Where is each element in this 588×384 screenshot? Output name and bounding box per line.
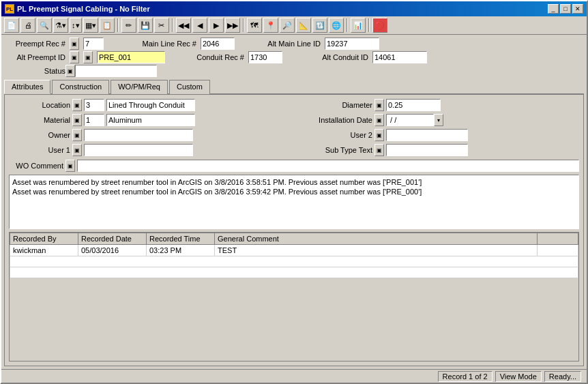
col-recorded-by: Recorded By xyxy=(10,233,78,245)
view-dropdown[interactable]: ▦▾ xyxy=(83,18,98,33)
alt-preempt-btn1[interactable]: ▣ xyxy=(70,51,79,63)
location-btn[interactable]: ▣ xyxy=(72,99,82,111)
status-input[interactable] xyxy=(75,65,157,77)
diameter-input[interactable] xyxy=(386,99,441,111)
preview-button[interactable]: 🔍 xyxy=(37,18,52,33)
user2-btn[interactable]: ▣ xyxy=(374,129,384,141)
close-button[interactable]: ✕ xyxy=(572,4,583,14)
status-label: Status xyxy=(4,67,65,75)
status-btn[interactable]: ▣ xyxy=(65,65,75,77)
preempt-rec-input[interactable] xyxy=(83,38,104,50)
cell-recorded-by: kwickman xyxy=(10,245,78,256)
tab-wo-pm-req[interactable]: WO/PM/Req xyxy=(111,80,168,94)
diameter-btn[interactable]: ▣ xyxy=(374,99,384,111)
table-header-row: Recorded By Recorded Date Recorded Time … xyxy=(10,233,578,245)
minimize-button[interactable]: _ xyxy=(548,4,559,14)
tab-construction[interactable]: Construction xyxy=(52,80,109,94)
alt-preempt-label: Alt Preempt ID xyxy=(4,53,65,61)
wo-comment-label: WO Comment xyxy=(9,162,63,170)
preempt-rec-btn[interactable]: ▣ xyxy=(70,38,79,50)
gis-button[interactable]: 🌐 xyxy=(329,18,344,33)
sep2 xyxy=(172,18,173,32)
report-button[interactable]: 📊 xyxy=(351,18,366,33)
alt-conduit-input[interactable] xyxy=(372,51,427,63)
installation-date-label: Installation Date xyxy=(297,116,372,124)
cell-recorded-date: 05/03/2016 xyxy=(78,245,147,256)
edit-button[interactable]: ✏ xyxy=(121,18,136,33)
material-code-input[interactable] xyxy=(84,114,104,126)
location-row: Location ▣ xyxy=(9,99,291,111)
memo-area[interactable]: Asset was renumbered by street renumber … xyxy=(9,175,579,229)
user1-input[interactable] xyxy=(84,144,193,156)
comments-table-container: Recorded By Recorded Date Recorded Time … xyxy=(9,232,579,361)
main-content: Preempt Rec # ▣ Main Line Rec # Alt Main… xyxy=(1,35,587,369)
print-button[interactable]: 🖨 xyxy=(20,18,35,33)
user1-row: User 1 ▣ xyxy=(9,144,291,156)
new-button[interactable]: 📄 xyxy=(4,18,19,33)
cell-general-comment: TEST xyxy=(215,245,538,256)
conduit-rec-input[interactable] xyxy=(248,51,282,63)
owner-row: Owner ▣ xyxy=(9,129,291,141)
location-value-input[interactable] xyxy=(106,99,195,111)
material-row: Material ▣ xyxy=(9,114,291,126)
cell-extra xyxy=(538,245,578,256)
last-button[interactable]: ▶▶ xyxy=(225,18,240,33)
installation-date-input[interactable] xyxy=(386,114,434,126)
sep4 xyxy=(347,18,348,32)
map-button4[interactable]: 📐 xyxy=(296,18,311,33)
location-label: Location xyxy=(9,101,70,109)
material-btn[interactable]: ▣ xyxy=(72,114,82,126)
maximize-button[interactable]: □ xyxy=(560,4,571,14)
sub-type-btn[interactable]: ▣ xyxy=(374,144,384,156)
tab-custom[interactable]: Custom xyxy=(169,80,210,94)
installation-date-btn[interactable]: ▣ xyxy=(374,114,384,126)
col-recorded-time: Recorded Time xyxy=(147,233,215,245)
owner-btn[interactable]: ▣ xyxy=(72,129,82,141)
alt-preempt-btn2[interactable]: ▣ xyxy=(83,51,93,63)
cut-button[interactable]: ✂ xyxy=(154,18,169,33)
record-status: Record 1 of 2 xyxy=(438,371,493,382)
app-icon: PL xyxy=(5,4,14,14)
close-app-button[interactable]: 🚫 xyxy=(372,18,387,33)
owner-input[interactable] xyxy=(84,129,193,141)
alt-preempt-input[interactable] xyxy=(97,51,165,63)
tab-attributes[interactable]: Attributes xyxy=(4,80,50,94)
wo-comment-input[interactable] xyxy=(77,160,579,172)
refresh-button[interactable]: 🔃 xyxy=(312,18,327,33)
location-code-input[interactable] xyxy=(84,99,104,111)
table-row[interactable]: kwickman 05/03/2016 03:23 PM TEST xyxy=(10,245,578,256)
diameter-label: Diameter xyxy=(297,101,372,109)
cell-recorded-time: 03:23 PM xyxy=(147,245,215,256)
user1-btn[interactable]: ▣ xyxy=(72,144,82,156)
material-value-input[interactable] xyxy=(106,114,195,126)
user2-input[interactable] xyxy=(386,129,468,141)
title-bar-buttons: _ □ ✕ xyxy=(548,4,583,14)
comments-table: Recorded By Recorded Date Recorded Time … xyxy=(10,233,578,278)
main-line-rec-input[interactable] xyxy=(201,38,235,50)
map-button1[interactable]: 🗺 xyxy=(247,18,262,33)
prev-button[interactable]: ◀ xyxy=(192,18,207,33)
save-button[interactable]: 💾 xyxy=(138,18,153,33)
date-input-group: ▾ xyxy=(386,114,443,126)
memo-line-1: Asset was renumbered by street renumber … xyxy=(12,178,576,186)
table-empty-row1 xyxy=(10,256,578,267)
sep3 xyxy=(243,18,244,32)
filter-dropdown[interactable]: ⚗▾ xyxy=(53,18,68,33)
preempt-rec-label: Preempt Rec # xyxy=(4,40,65,48)
date-dropdown-btn[interactable]: ▾ xyxy=(434,114,443,126)
next-button[interactable]: ▶ xyxy=(209,18,224,33)
map-button2[interactable]: 📍 xyxy=(263,18,278,33)
alt-main-line-input[interactable] xyxy=(325,38,379,50)
main-window: PL PL Preempt Signal Cabling - No Filter… xyxy=(0,0,588,384)
map-button3[interactable]: 🔎 xyxy=(280,18,295,33)
wo-comment-row: WO Comment ▣ xyxy=(9,160,579,172)
sort-dropdown[interactable]: ↕▾ xyxy=(70,18,82,33)
attach-button[interactable]: 📋 xyxy=(100,18,115,33)
status-bar: Record 1 of 2 View Mode Ready... xyxy=(1,369,587,383)
header-row1: Preempt Rec # ▣ Main Line Rec # Alt Main… xyxy=(4,38,584,50)
first-button[interactable]: ◀◀ xyxy=(176,18,191,33)
sub-type-input[interactable] xyxy=(386,144,468,156)
wo-comment-btn[interactable]: ▣ xyxy=(65,160,75,172)
material-label: Material xyxy=(9,116,70,124)
diameter-row: Diameter ▣ xyxy=(297,99,579,111)
